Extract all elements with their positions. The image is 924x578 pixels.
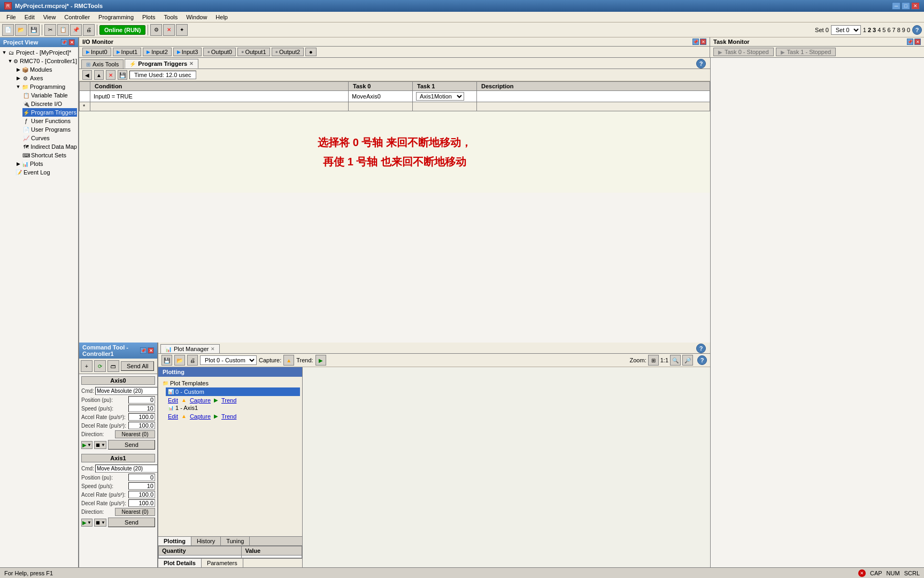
axis1-send-button[interactable]: Send xyxy=(108,518,155,527)
new-btn[interactable]: 📄 xyxy=(2,24,14,36)
project-close-btn[interactable]: ✕ xyxy=(68,39,75,45)
task-tab-0[interactable]: ▶ Task 0 - Stopped xyxy=(713,48,774,56)
menu-plots[interactable]: Plots xyxy=(138,13,159,21)
print-btn[interactable]: 🖨 xyxy=(83,24,95,36)
plot-template-0[interactable]: 📊 0 - Custom xyxy=(166,387,300,396)
menu-file[interactable]: File xyxy=(2,13,20,21)
tab-program-triggers[interactable]: ⚡ Program Triggers ✕ xyxy=(125,59,198,69)
plot-template-1-trend-link[interactable]: Trend xyxy=(221,413,236,420)
plot-print-btn[interactable]: 🖨 xyxy=(187,355,198,366)
capture-up-btn[interactable]: ▲ xyxy=(283,355,294,366)
open-btn[interactable]: 📂 xyxy=(15,24,27,36)
axis0-play-btn[interactable]: ▶ ▼ xyxy=(81,441,93,449)
tab-axis-tools[interactable]: ⊞ Axis Tools xyxy=(81,59,124,69)
io-monitor-close-btn[interactable]: ✕ xyxy=(700,39,706,45)
plot-template-0-edit-link[interactable]: Edit xyxy=(168,397,178,404)
trigger-row-0-condition[interactable]: Input0 = TRUE xyxy=(90,91,349,102)
connect-btn[interactable]: ✦ xyxy=(176,24,188,36)
send-all-button[interactable]: Send All xyxy=(121,361,154,371)
trigger-up-btn[interactable]: ▲ xyxy=(94,70,104,80)
plot-details-tab[interactable]: Plot Details xyxy=(158,559,202,567)
trend-play-btn[interactable]: ▶ xyxy=(315,355,326,366)
tree-toggle-axes[interactable]: ▶ xyxy=(15,75,21,81)
plot-template-select[interactable]: Plot 0 - Custom xyxy=(200,355,257,365)
axis1-play-btn[interactable]: ▶ ▼ xyxy=(81,519,93,527)
io-tab-output2[interactable]: ●Output2 xyxy=(272,48,304,56)
trigger-back-btn[interactable]: ◀ xyxy=(82,70,92,80)
axis1-speed-input[interactable] xyxy=(128,482,155,490)
set-num-7[interactable]: 7 xyxy=(892,27,896,33)
set-num-2[interactable]: 2 xyxy=(868,27,871,33)
trigger-row-0-task1-select[interactable]: Axis1Motion xyxy=(416,92,464,101)
trigger-save-btn[interactable]: 💾 xyxy=(118,70,127,80)
menu-programming[interactable]: Programming xyxy=(94,13,138,21)
tree-item-discrete-io[interactable]: 🔌 Discrete I/O xyxy=(22,100,77,108)
stop-btn[interactable]: ✕ xyxy=(163,24,175,36)
cmd-toolbar-btn1[interactable]: + xyxy=(81,360,93,372)
tree-item-event-log[interactable]: 📝 Event Log xyxy=(15,168,77,177)
tree-item-indirect-data-map[interactable]: 🗺 Indirect Data Map xyxy=(22,142,77,151)
tree-toggle-programming[interactable]: ▼ xyxy=(15,83,21,90)
plot-bottom-tab-history[interactable]: History xyxy=(191,537,221,545)
set-num-3[interactable]: 3 xyxy=(873,27,876,33)
trigger-row-0-task0[interactable]: MoveAxis0 xyxy=(349,91,413,102)
axis0-stop-btn[interactable]: ⏹ ▼ xyxy=(94,441,106,449)
set-num-8[interactable]: 8 xyxy=(897,27,900,33)
tree-toggle-controller[interactable]: ▼ xyxy=(7,58,13,64)
menu-edit[interactable]: Edit xyxy=(20,13,39,21)
tree-item-curves[interactable]: 📈 Curves xyxy=(22,134,77,142)
io-tab-input2[interactable]: ▶Input2 xyxy=(143,48,172,56)
plot-bottom-tab-tuning[interactable]: Tuning xyxy=(221,537,250,545)
plot-bottom-tab-plotting[interactable]: Plotting xyxy=(158,537,191,545)
trigger-row-new-description[interactable] xyxy=(477,102,710,111)
menu-controller[interactable]: Controller xyxy=(60,13,94,21)
axis0-send-button[interactable]: Send xyxy=(108,440,155,450)
tree-item-user-programs[interactable]: 📄 User Programs xyxy=(22,125,77,134)
axis1-direction-btn[interactable]: Nearest (0) xyxy=(115,508,155,516)
task-monitor-close-btn[interactable]: ✕ xyxy=(914,39,921,45)
plot-open-btn[interactable]: 📂 xyxy=(174,355,185,366)
set-dropdown[interactable]: Set 0 xyxy=(831,25,861,35)
zoom-out-btn[interactable]: 🔎 xyxy=(682,355,693,366)
io-tab-input0[interactable]: ▶Input0 xyxy=(82,48,111,56)
set-num-0[interactable]: 0 xyxy=(907,27,910,33)
plot-template-0-capture-link[interactable]: Capture xyxy=(190,397,211,404)
cmd-panel-pin-btn[interactable]: 📌 xyxy=(140,347,147,354)
trigger-row-new-task0[interactable] xyxy=(349,102,413,111)
io-tab-input3[interactable]: ▶Input3 xyxy=(173,48,202,56)
set-num-6[interactable]: 6 xyxy=(887,27,890,33)
plot-area-help-btn[interactable]: ? xyxy=(696,344,706,353)
axis0-position-input[interactable] xyxy=(128,396,155,404)
axis1-position-input[interactable] xyxy=(128,474,155,481)
close-button[interactable]: ✕ xyxy=(911,2,920,10)
tree-item-programming[interactable]: ▼ 📁 Programming xyxy=(15,82,77,91)
io-tab-more[interactable]: ● xyxy=(305,48,317,56)
tree-item-user-functions[interactable]: ƒ User Functions xyxy=(22,117,77,125)
copy-btn[interactable]: 📋 xyxy=(57,24,69,36)
set-num-9[interactable]: 9 xyxy=(902,27,905,33)
io-monitor-pin-btn[interactable]: 📌 xyxy=(692,39,699,45)
config-btn[interactable]: ⚙ xyxy=(150,24,162,36)
axis1-decel-input[interactable] xyxy=(128,499,155,507)
tab-program-triggers-close[interactable]: ✕ xyxy=(189,61,194,66)
cut-btn[interactable]: ✂ xyxy=(44,24,56,36)
tree-toggle-modules[interactable]: ▶ xyxy=(15,66,21,73)
tree-toggle-project[interactable]: ▼ xyxy=(1,49,7,56)
menu-help[interactable]: Help xyxy=(211,13,232,21)
main-area-help-btn[interactable]: ? xyxy=(696,59,706,69)
minimize-button[interactable]: ─ xyxy=(892,2,900,10)
axis0-speed-input[interactable] xyxy=(128,405,155,412)
save-btn[interactable]: 💾 xyxy=(28,24,40,36)
menu-window[interactable]: Window xyxy=(182,13,211,21)
tree-item-program-triggers[interactable]: ⚡ Program Triggers xyxy=(22,108,77,117)
set-num-5[interactable]: 5 xyxy=(882,27,886,33)
trigger-delete-btn[interactable]: ✕ xyxy=(106,70,116,80)
cmd-toolbar-btn2[interactable]: ⟳ xyxy=(94,360,106,372)
online-run-button[interactable]: Online (RUN) xyxy=(99,25,145,35)
plot-template-1[interactable]: 📊 1 - Axis1 xyxy=(166,404,300,412)
trigger-row-new-task1[interactable] xyxy=(413,102,477,111)
plot-save-btn[interactable]: 💾 xyxy=(161,355,172,366)
tab-plot-manager[interactable]: 📊 Plot Manager ✕ xyxy=(160,344,220,353)
tree-item-plots[interactable]: ▶ 📊 Plots xyxy=(15,159,77,168)
help-icon[interactable]: ? xyxy=(912,25,922,35)
